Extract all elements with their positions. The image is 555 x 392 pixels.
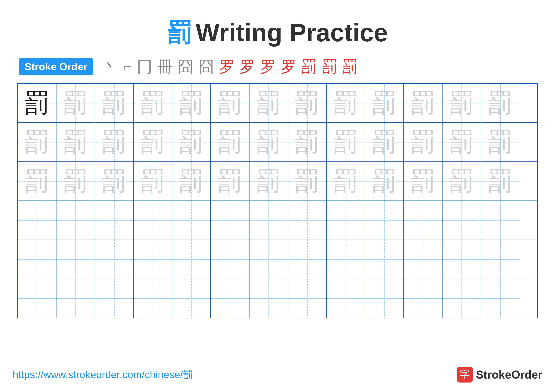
- grid-cell[interactable]: [327, 279, 365, 318]
- footer: https://www.strokeorder.com/chinese/罰 字 …: [13, 367, 542, 383]
- grid-cell[interactable]: [404, 240, 443, 279]
- practice-char-ghost: 罰: [179, 90, 204, 116]
- grid-cell[interactable]: 罰: [249, 84, 288, 122]
- grid-cell[interactable]: [95, 201, 134, 240]
- grid-cell[interactable]: 罰: [18, 162, 57, 200]
- page: 罰Writing Practice Stroke Order 丶 ⌐ 冂 冊 囧…: [0, 0, 555, 392]
- grid-cell[interactable]: 罰: [249, 162, 288, 200]
- grid-cell[interactable]: [443, 279, 481, 318]
- grid-cell[interactable]: 罰: [134, 84, 172, 122]
- grid-cell[interactable]: [481, 201, 520, 240]
- grid-cell[interactable]: 罰: [288, 123, 327, 161]
- grid-cell[interactable]: 罰: [134, 123, 172, 161]
- grid-cell[interactable]: 罰: [95, 123, 134, 161]
- grid-cell[interactable]: 罰: [404, 162, 443, 200]
- grid-cell[interactable]: [95, 240, 134, 279]
- stroke-11: 罰: [301, 59, 317, 75]
- stroke-4: 冊: [157, 59, 173, 75]
- grid-cell[interactable]: [481, 240, 520, 279]
- stroke-order-badge: Stroke Order: [19, 58, 93, 75]
- grid-cell[interactable]: [288, 201, 327, 240]
- grid-cell[interactable]: [481, 279, 520, 318]
- practice-char-ghost: 罰: [63, 90, 88, 116]
- grid-cell[interactable]: 罰: [365, 123, 404, 161]
- grid-cell[interactable]: [57, 201, 95, 240]
- grid-cell[interactable]: 罰: [365, 84, 404, 122]
- grid-cell[interactable]: [443, 201, 481, 240]
- grid-cell[interactable]: [172, 201, 211, 240]
- grid-cell[interactable]: [404, 279, 443, 318]
- grid-cell[interactable]: 罰: [95, 84, 134, 122]
- grid-cell[interactable]: 罰: [404, 123, 443, 161]
- grid-cell[interactable]: [211, 279, 249, 318]
- grid-cell[interactable]: 罰: [172, 162, 211, 200]
- grid-cell[interactable]: [172, 240, 211, 279]
- grid-cell[interactable]: [404, 201, 443, 240]
- grid-cell[interactable]: [211, 201, 249, 240]
- grid-row-5: [18, 240, 537, 279]
- grid-cell[interactable]: 罰: [443, 162, 481, 200]
- grid-cell[interactable]: [288, 240, 327, 279]
- practice-char-ghost: 罰: [449, 169, 474, 194]
- grid-cell[interactable]: 罰: [134, 162, 172, 200]
- stroke-13: 罰: [342, 59, 358, 75]
- practice-char-ghost: 罰: [256, 169, 281, 194]
- grid-cell[interactable]: 罰: [404, 84, 443, 122]
- stroke-9: 罗: [260, 59, 276, 75]
- grid-cell[interactable]: 罰: [18, 123, 57, 161]
- grid-cell[interactable]: 罰: [18, 84, 57, 122]
- grid-cell[interactable]: [134, 240, 172, 279]
- grid-cell[interactable]: [288, 279, 327, 318]
- grid-cell[interactable]: 罰: [211, 123, 249, 161]
- grid-cell[interactable]: 罰: [443, 84, 481, 122]
- grid-cell[interactable]: 罰: [481, 162, 520, 200]
- grid-cell[interactable]: [327, 240, 365, 279]
- grid-row-6: [18, 279, 537, 318]
- practice-char-ghost: 罰: [333, 169, 358, 194]
- grid-cell[interactable]: 罰: [443, 123, 481, 161]
- grid-cell[interactable]: 罰: [57, 162, 95, 200]
- grid-cell[interactable]: 罰: [327, 84, 365, 122]
- grid-cell[interactable]: [95, 279, 134, 318]
- practice-char-ghost: 罰: [24, 129, 50, 155]
- grid-cell[interactable]: 罰: [481, 123, 520, 161]
- grid-cell[interactable]: [443, 240, 481, 279]
- grid-cell[interactable]: [249, 240, 288, 279]
- grid-cell[interactable]: 罰: [211, 84, 249, 122]
- grid-cell[interactable]: [57, 279, 95, 318]
- grid-cell[interactable]: 罰: [172, 84, 211, 122]
- grid-cell[interactable]: [57, 240, 95, 279]
- grid-cell[interactable]: 罰: [249, 123, 288, 161]
- grid-cell[interactable]: 罰: [288, 162, 327, 200]
- grid-cell[interactable]: [134, 201, 172, 240]
- practice-char-ghost: 罰: [488, 169, 513, 194]
- practice-char-ghost: 罰: [410, 129, 436, 155]
- grid-cell[interactable]: 罰: [172, 123, 211, 161]
- grid-cell[interactable]: 罰: [288, 84, 327, 122]
- grid-cell[interactable]: [172, 279, 211, 318]
- grid-cell[interactable]: [18, 201, 57, 240]
- grid-cell[interactable]: [365, 201, 404, 240]
- grid-cell[interactable]: [365, 240, 404, 279]
- grid-cell[interactable]: 罰: [57, 84, 95, 122]
- grid-cell[interactable]: [134, 279, 172, 318]
- grid-cell[interactable]: 罰: [365, 162, 404, 200]
- grid-cell[interactable]: 罰: [327, 162, 365, 200]
- grid-cell[interactable]: 罰: [327, 123, 365, 161]
- grid-cell[interactable]: [249, 279, 288, 318]
- grid-cell[interactable]: [18, 279, 57, 318]
- grid-cell[interactable]: [365, 279, 404, 318]
- grid-cell[interactable]: [211, 240, 249, 279]
- grid-cell[interactable]: 罰: [57, 123, 95, 161]
- grid-cell[interactable]: [249, 201, 288, 240]
- stroke-1: 丶: [102, 59, 118, 75]
- practice-char-ghost: 罰: [179, 129, 204, 155]
- title-label: Writing Practice: [196, 18, 388, 47]
- grid-cell[interactable]: 罰: [95, 162, 134, 200]
- grid-cell[interactable]: [327, 201, 365, 240]
- stroke-3: 冂: [137, 59, 153, 75]
- grid-cell[interactable]: 罰: [211, 162, 249, 200]
- grid-cell[interactable]: 罰: [481, 84, 520, 122]
- grid-cell[interactable]: [18, 240, 57, 279]
- stroke-10: 罗: [281, 59, 297, 75]
